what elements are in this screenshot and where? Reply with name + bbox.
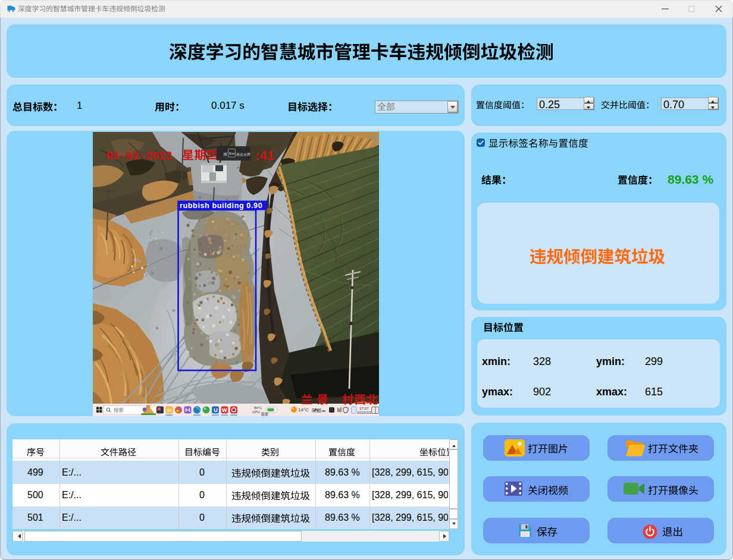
svg-text:17:07: 17:07 xyxy=(359,406,369,410)
svg-text:14°C: 14°C xyxy=(298,407,309,413)
svg-text:2023/3/2: 2023/3/2 xyxy=(357,410,372,414)
